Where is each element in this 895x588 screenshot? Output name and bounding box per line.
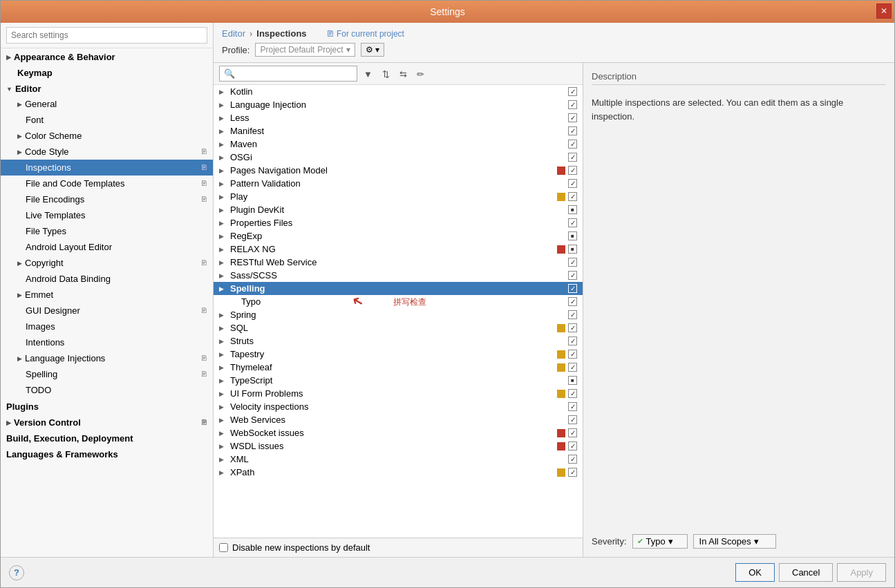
- tree-item[interactable]: ▶ XML: [214, 453, 583, 466]
- sidebar-item-language-injections[interactable]: ▶ Language Injections 🖹: [1, 350, 213, 366]
- sidebar-item-build-exec[interactable]: Build, Execution, Deployment: [1, 430, 213, 446]
- tree-item-checkbox[interactable]: [568, 140, 577, 149]
- tree-item[interactable]: ▶ Pages Navigation Model: [214, 164, 583, 177]
- sidebar-item-languages[interactable]: Languages & Frameworks: [1, 446, 213, 462]
- tree-item[interactable]: ▶ Tapestry: [214, 348, 583, 361]
- sidebar-item-editor[interactable]: ▼ Editor: [1, 80, 213, 96]
- tree-item-checkbox[interactable]: [568, 363, 577, 372]
- tree-item[interactable]: ▶ Struts: [214, 334, 583, 348]
- tree-item-checkbox[interactable]: [568, 336, 577, 345]
- sidebar-item-images[interactable]: Images: [1, 319, 213, 334]
- help-button[interactable]: ?: [9, 565, 24, 580]
- sidebar-item-color-scheme[interactable]: ▶ Color Scheme: [1, 128, 213, 144]
- tree-item-checkbox[interactable]: ✓: [568, 284, 577, 293]
- tree-item[interactable]: ▶ Properties Files: [214, 216, 583, 229]
- sidebar-item-spelling[interactable]: Spelling 🖹: [1, 366, 213, 382]
- inspection-search-input[interactable]: [238, 69, 352, 79]
- tree-item[interactable]: ▶ Velocity inspections: [214, 400, 583, 413]
- apply-button[interactable]: Apply: [837, 563, 886, 582]
- sidebar-item-file-encodings[interactable]: File Encodings 🖹: [1, 191, 213, 207]
- sidebar-item-intentions[interactable]: Intentions: [1, 334, 213, 350]
- ok-button[interactable]: OK: [735, 563, 775, 582]
- disable-new-inspections-checkbox[interactable]: [219, 543, 228, 552]
- tree-item[interactable]: ▶ Thymeleaf: [214, 361, 583, 374]
- sidebar-item-file-types[interactable]: File Types: [1, 223, 213, 239]
- tree-item-typo[interactable]: Typo ➜ 拼写检查: [214, 295, 583, 308]
- cancel-button[interactable]: Cancel: [779, 563, 833, 582]
- tree-item[interactable]: ▶ SQL: [214, 321, 583, 334]
- sidebar-item-plugins[interactable]: Plugins: [1, 398, 213, 414]
- tree-item-checkbox[interactable]: [568, 402, 577, 411]
- filter-button[interactable]: ▼: [360, 66, 376, 82]
- tree-item-checkbox[interactable]: [568, 231, 577, 240]
- sidebar-item-appearance[interactable]: ▶ Appearance & Behavior: [1, 48, 213, 64]
- tree-item[interactable]: ▶ Spring: [214, 308, 583, 321]
- tree-item-spelling[interactable]: ▶ Spelling ✓: [214, 282, 583, 295]
- tree-item-checkbox[interactable]: [568, 376, 577, 385]
- tree-item-checkbox[interactable]: [568, 126, 577, 135]
- tree-item-checkbox[interactable]: [568, 113, 577, 122]
- tree-item[interactable]: ▶ Plugin DevKit: [214, 203, 583, 216]
- tree-item-checkbox[interactable]: [568, 153, 577, 162]
- sidebar-item-keymap[interactable]: Keymap: [1, 64, 213, 80]
- tree-item[interactable]: ▶ Play: [214, 190, 583, 203]
- sidebar-search-input[interactable]: [6, 27, 207, 44]
- tree-item-checkbox[interactable]: [568, 297, 577, 306]
- tree-item-checkbox[interactable]: [568, 192, 577, 201]
- sidebar-item-emmet[interactable]: ▶ Emmet: [1, 287, 213, 303]
- sidebar-item-font[interactable]: Font: [1, 112, 213, 128]
- gear-button[interactable]: ⚙ ▾: [361, 43, 384, 57]
- tree-item-checkbox[interactable]: [568, 218, 577, 227]
- tree-item[interactable]: ▶ UI Form Problems: [214, 387, 583, 400]
- sidebar-item-todo[interactable]: TODO: [1, 382, 213, 398]
- tree-item-checkbox[interactable]: [568, 271, 577, 280]
- edit-button[interactable]: ✏: [413, 66, 428, 82]
- sidebar-item-gui-designer[interactable]: GUI Designer 🖹: [1, 303, 213, 319]
- tree-item-checkbox[interactable]: [568, 442, 577, 451]
- tree-item-checkbox[interactable]: [568, 310, 577, 319]
- sidebar-item-live-templates[interactable]: Live Templates: [1, 207, 213, 223]
- tree-item[interactable]: ▶ WSDL issues: [214, 439, 583, 453]
- breadcrumb-editor[interactable]: Editor: [222, 28, 245, 39]
- tree-item-checkbox[interactable]: [568, 258, 577, 267]
- tree-item[interactable]: ▶ TypeScript: [214, 374, 583, 387]
- tree-item[interactable]: ▶ Less: [214, 111, 583, 124]
- tree-item[interactable]: ▶ Sass/SCSS: [214, 269, 583, 282]
- for-current-project-link[interactable]: 🖹 For current project: [326, 29, 404, 39]
- sidebar-item-android-data-binding[interactable]: Android Data Binding: [1, 271, 213, 287]
- sidebar-item-android-layout[interactable]: Android Layout Editor: [1, 239, 213, 255]
- tree-item[interactable]: ▶ Web Services: [214, 413, 583, 426]
- tree-item[interactable]: ▶ OSGi: [214, 151, 583, 164]
- sidebar-item-code-style[interactable]: ▶ Code Style 🖹: [1, 144, 213, 160]
- tree-item-checkbox[interactable]: [568, 428, 577, 437]
- tree-item[interactable]: ▶ RegExp: [214, 229, 583, 243]
- tree-item[interactable]: ▶ XPath: [214, 466, 583, 479]
- sidebar-item-general[interactable]: ▶ General: [1, 96, 213, 112]
- inspection-search-box[interactable]: 🔍: [219, 66, 357, 82]
- tree-item[interactable]: ▶ RELAX NG: [214, 243, 583, 256]
- collapse-all-button[interactable]: ⇆: [396, 66, 411, 82]
- tree-item-checkbox[interactable]: [568, 455, 577, 464]
- close-button[interactable]: ✕: [876, 3, 892, 19]
- tree-item-checkbox[interactable]: [568, 323, 577, 332]
- sidebar-item-file-code-templates[interactable]: File and Code Templates 🖹: [1, 176, 213, 191]
- tree-item-checkbox[interactable]: [568, 87, 577, 96]
- tree-item[interactable]: ▶ Manifest: [214, 124, 583, 137]
- tree-item-checkbox[interactable]: [568, 350, 577, 359]
- tree-item-checkbox[interactable]: [568, 415, 577, 424]
- expand-all-button[interactable]: ⇅: [379, 66, 393, 82]
- profile-select[interactable]: Project Default Project ▾: [255, 43, 355, 57]
- sidebar-item-inspections[interactable]: Inspections 🖹: [1, 160, 213, 176]
- tree-item[interactable]: ▶ Language Injection: [214, 98, 583, 111]
- sidebar-item-copyright[interactable]: ▶ Copyright 🖹: [1, 255, 213, 271]
- tree-item-checkbox[interactable]: [568, 100, 577, 109]
- tree-item-checkbox[interactable]: [568, 166, 577, 175]
- tree-item-checkbox[interactable]: [568, 389, 577, 398]
- tree-item-checkbox[interactable]: [568, 179, 577, 188]
- scope-select[interactable]: In All Scopes ▾: [693, 534, 776, 549]
- tree-item-checkbox[interactable]: [568, 468, 577, 477]
- tree-item[interactable]: ▶ Maven: [214, 137, 583, 151]
- tree-item[interactable]: ▶ RESTful Web Service: [214, 256, 583, 269]
- tree-item-checkbox[interactable]: [568, 205, 577, 214]
- severity-select[interactable]: ✔ Typo ▾: [632, 534, 688, 549]
